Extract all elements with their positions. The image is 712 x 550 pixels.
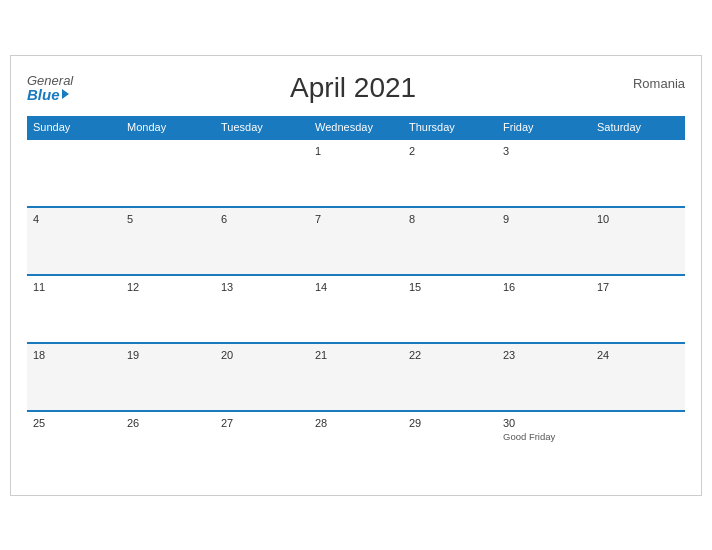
- calendar-container: General Blue April 2021 Romania Sunday M…: [10, 55, 702, 496]
- calendar-cell: 15: [403, 275, 497, 343]
- day-number: 7: [315, 213, 397, 225]
- calendar-cell: 16: [497, 275, 591, 343]
- calendar-cell: 22: [403, 343, 497, 411]
- day-number: 3: [503, 145, 585, 157]
- day-number: 8: [409, 213, 491, 225]
- weekday-header-row: Sunday Monday Tuesday Wednesday Thursday…: [27, 116, 685, 139]
- header-saturday: Saturday: [591, 116, 685, 139]
- calendar-week-row: 11121314151617: [27, 275, 685, 343]
- calendar-cell: 27: [215, 411, 309, 479]
- calendar-cell: 20: [215, 343, 309, 411]
- calendar-cell: 28: [309, 411, 403, 479]
- calendar-cell: 1: [309, 139, 403, 207]
- calendar-cell: 14: [309, 275, 403, 343]
- day-number: 11: [33, 281, 115, 293]
- header-tuesday: Tuesday: [215, 116, 309, 139]
- day-number: 25: [33, 417, 115, 429]
- calendar-cell: 23: [497, 343, 591, 411]
- header-thursday: Thursday: [403, 116, 497, 139]
- day-number: 13: [221, 281, 303, 293]
- day-number: 10: [597, 213, 679, 225]
- calendar-grid: Sunday Monday Tuesday Wednesday Thursday…: [27, 116, 685, 479]
- day-number: 28: [315, 417, 397, 429]
- day-number: 21: [315, 349, 397, 361]
- calendar-cell: 17: [591, 275, 685, 343]
- calendar-cell: 13: [215, 275, 309, 343]
- calendar-cell: 12: [121, 275, 215, 343]
- calendar-week-row: 123: [27, 139, 685, 207]
- calendar-cell: 25: [27, 411, 121, 479]
- calendar-title: April 2021: [73, 72, 633, 104]
- day-number: 4: [33, 213, 115, 225]
- calendar-cell: [591, 411, 685, 479]
- calendar-cell: 10: [591, 207, 685, 275]
- day-number: 14: [315, 281, 397, 293]
- day-number: 9: [503, 213, 585, 225]
- day-number: 17: [597, 281, 679, 293]
- day-number: 1: [315, 145, 397, 157]
- calendar-week-row: 45678910: [27, 207, 685, 275]
- calendar-cell: [591, 139, 685, 207]
- logo: General Blue: [27, 74, 73, 102]
- calendar-cell: 6: [215, 207, 309, 275]
- logo-general-text: General: [27, 74, 73, 87]
- calendar-cell: 4: [27, 207, 121, 275]
- calendar-header: General Blue April 2021 Romania: [27, 72, 685, 104]
- header-sunday: Sunday: [27, 116, 121, 139]
- day-number: 5: [127, 213, 209, 225]
- day-number: 2: [409, 145, 491, 157]
- calendar-cell: [27, 139, 121, 207]
- calendar-cell: 3: [497, 139, 591, 207]
- calendar-cell: [121, 139, 215, 207]
- calendar-week-row: 252627282930Good Friday: [27, 411, 685, 479]
- header-friday: Friday: [497, 116, 591, 139]
- day-number: 29: [409, 417, 491, 429]
- day-number: 15: [409, 281, 491, 293]
- calendar-week-row: 18192021222324: [27, 343, 685, 411]
- logo-blue-text: Blue: [27, 87, 73, 102]
- day-number: 24: [597, 349, 679, 361]
- logo-triangle-icon: [62, 89, 69, 99]
- calendar-cell: 18: [27, 343, 121, 411]
- calendar-cell: 7: [309, 207, 403, 275]
- calendar-cell: 8: [403, 207, 497, 275]
- day-number: 16: [503, 281, 585, 293]
- day-number: 19: [127, 349, 209, 361]
- header-wednesday: Wednesday: [309, 116, 403, 139]
- day-number: 22: [409, 349, 491, 361]
- day-number: 26: [127, 417, 209, 429]
- calendar-cell: 19: [121, 343, 215, 411]
- day-number: 18: [33, 349, 115, 361]
- calendar-cell: 9: [497, 207, 591, 275]
- calendar-cell: 21: [309, 343, 403, 411]
- calendar-cell: 2: [403, 139, 497, 207]
- event-label: Good Friday: [503, 431, 585, 442]
- day-number: 20: [221, 349, 303, 361]
- day-number: 23: [503, 349, 585, 361]
- calendar-cell: 30Good Friday: [497, 411, 591, 479]
- day-number: 30: [503, 417, 585, 429]
- country-label: Romania: [633, 72, 685, 91]
- calendar-cell: 29: [403, 411, 497, 479]
- day-number: 27: [221, 417, 303, 429]
- calendar-cell: 26: [121, 411, 215, 479]
- day-number: 12: [127, 281, 209, 293]
- calendar-cell: [215, 139, 309, 207]
- calendar-cell: 24: [591, 343, 685, 411]
- header-monday: Monday: [121, 116, 215, 139]
- calendar-cell: 11: [27, 275, 121, 343]
- day-number: 6: [221, 213, 303, 225]
- calendar-cell: 5: [121, 207, 215, 275]
